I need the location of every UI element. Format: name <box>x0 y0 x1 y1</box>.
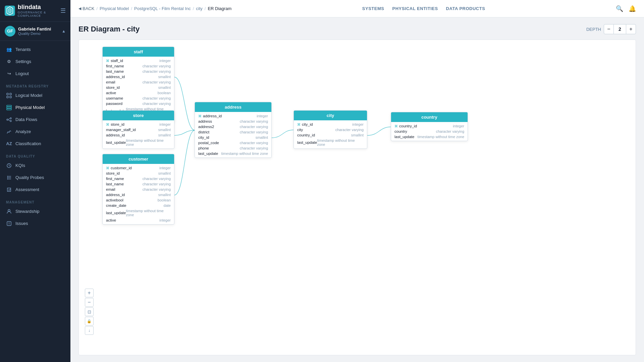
er-table-header-city: city <box>294 111 367 120</box>
er-table-body-city: ⌘city_idinteger citycharacter varying co… <box>294 120 367 148</box>
chevron-up-icon[interactable]: ▲ <box>62 29 66 34</box>
table-row: address_idsmallint <box>103 192 174 197</box>
physical-model-icon <box>6 105 12 111</box>
sidebar-label-assessment: Assessment <box>15 187 39 192</box>
back-button[interactable]: ◀ BACK <box>78 6 94 11</box>
sidebar-label-physical-model: Physical Model <box>15 105 45 110</box>
sidebar-item-logout[interactable]: ↪ Logout <box>0 68 70 80</box>
table-row: last_namecharacter varying <box>103 181 174 187</box>
depth-label: DEPTH <box>586 27 601 32</box>
sidebar-item-issues[interactable]: Issues <box>0 218 70 230</box>
breadcrumb-sep2: / <box>131 6 132 11</box>
breadcrumb-postgres[interactable]: PostgreSQL - Film Rental Inc <box>134 6 191 11</box>
er-table-country[interactable]: country ⌘country_idinteger countrycharac… <box>391 112 468 141</box>
svg-marker-2 <box>8 8 11 13</box>
logo-area: blindata GOVERNANCE & COMPLIANCE <box>5 4 60 17</box>
table-row: countrycharacter varying <box>391 129 468 134</box>
depth-increase-button[interactable]: + <box>626 24 636 34</box>
topbar-nav-systems[interactable]: SYSTEMS <box>362 6 384 11</box>
er-table-city[interactable]: city ⌘city_idinteger citycharacter varyi… <box>293 110 367 149</box>
topbar-nav-physical-entities[interactable]: PHYSICAL ENTITIES <box>392 6 438 11</box>
sidebar-item-kqis[interactable]: KQIs <box>0 160 70 172</box>
svg-point-11 <box>10 118 11 119</box>
svg-point-22 <box>8 209 10 212</box>
er-table-header-address: address <box>195 102 271 112</box>
pk-icon: ⌘ <box>297 123 301 126</box>
sidebar-nav: 👥 Tenants ⚙ Settings ↪ Logout METADATA R… <box>0 41 70 362</box>
er-table-body-address: ⌘address_idinteger addresscharacter vary… <box>195 112 271 158</box>
sidebar-item-physical-model[interactable]: Physical Model <box>0 102 70 114</box>
table-row: last_updatetimestamp without time zone <box>195 151 271 156</box>
hamburger-icon[interactable]: ☰ <box>60 7 66 14</box>
user-info: Gabriele Fantini Quality Demo <box>18 26 62 36</box>
table-row: create_datedate <box>103 203 174 208</box>
breadcrumb-physical-model[interactable]: Physical Model <box>100 6 129 11</box>
svg-line-14 <box>8 120 10 121</box>
sidebar-label-data-flows: Data Flows <box>15 117 37 122</box>
zoom-fit-button[interactable]: ⊡ <box>85 307 94 316</box>
svg-rect-5 <box>7 96 8 98</box>
download-button[interactable]: ↓ <box>85 326 94 335</box>
sidebar-item-stewardship[interactable]: Stewardship <box>0 205 70 218</box>
topbar-nav-data-products[interactable]: DATA PRODUCTS <box>446 6 485 11</box>
depth-decrease-button[interactable]: − <box>604 24 614 34</box>
sidebar-label-kqis: KQIs <box>15 163 25 168</box>
table-row: districtcharacter varying <box>195 129 271 135</box>
sidebar-item-assessment[interactable]: Assessment <box>0 184 70 196</box>
lock-button[interactable]: 🔒 <box>85 317 94 325</box>
breadcrumb-er-diagram: ER Diagram <box>208 6 231 11</box>
sidebar-label-analyze: Analyze <box>15 129 31 134</box>
pk-icon: ⌘ <box>106 166 109 170</box>
user-section: GF Gabriele Fantini Quality Demo ▲ <box>0 22 70 41</box>
er-table-header-staff: staff <box>103 47 174 57</box>
er-diagram-container: staff ⌘staff_idinteger first_namecharact… <box>78 40 636 355</box>
table-row: ⌘country_idinteger <box>391 123 468 129</box>
er-table-customer[interactable]: customer ⌘customer_idinteger store_idsma… <box>102 154 174 225</box>
svg-rect-8 <box>7 107 11 108</box>
pk-icon: ⌘ <box>106 59 109 63</box>
section-metadata-registry: METADATA REGISTRY <box>0 80 70 89</box>
zoom-out-button[interactable]: − <box>85 298 94 307</box>
table-row: last_namecharacter varying <box>103 69 174 74</box>
er-table-body-country: ⌘country_idinteger countrycharacter vary… <box>391 122 468 141</box>
tenants-icon: 👥 <box>6 47 12 53</box>
zoom-controls: + − ⊡ 🔒 ↓ <box>85 289 94 335</box>
assessment-icon <box>6 187 12 193</box>
sidebar-item-data-flows[interactable]: Data Flows <box>0 114 70 126</box>
sidebar-item-tenants[interactable]: 👥 Tenants <box>0 44 70 56</box>
table-row: activeboolean <box>103 90 174 96</box>
user-role: Quality Demo <box>18 32 62 36</box>
logo-sub: GOVERNANCE & COMPLIANCE <box>18 11 60 17</box>
search-icon[interactable]: 🔍 <box>616 5 623 12</box>
er-table-header-store: store <box>103 111 174 120</box>
section-management: MANAGEMENT <box>0 196 70 205</box>
notification-icon[interactable]: 🔔 <box>629 5 636 12</box>
issues-icon <box>6 221 12 227</box>
svg-rect-7 <box>7 105 11 107</box>
svg-point-16 <box>7 176 8 177</box>
table-row: ⌘city_idinteger <box>294 122 367 127</box>
er-table-body-store: ⌘store_idinteger manager_staff_idsmallin… <box>103 120 174 148</box>
settings-icon: ⚙ <box>6 59 12 65</box>
section-data-quality: DATA QUALITY <box>0 150 70 160</box>
sidebar-item-classification[interactable]: AZ Classification <box>0 138 70 150</box>
er-table-store[interactable]: store ⌘store_idinteger manager_staff_ids… <box>102 110 174 149</box>
sidebar-item-quality-probes[interactable]: Quality Probes <box>0 172 70 184</box>
table-row: city_idsmallint <box>195 135 271 140</box>
pk-icon: ⌘ <box>394 124 398 128</box>
table-row: postal_codecharacter varying <box>195 140 271 145</box>
er-table-address[interactable]: address ⌘address_idinteger addresscharac… <box>195 102 272 158</box>
table-row: phonecharacter varying <box>195 145 271 151</box>
sidebar-item-settings[interactable]: ⚙ Settings <box>0 56 70 68</box>
page-header: ER Diagram - city DEPTH − 2 + <box>78 24 636 34</box>
sidebar-label-quality-probes: Quality Probes <box>15 175 44 180</box>
sidebar-item-analyze[interactable]: Analyze <box>0 126 70 138</box>
sidebar-label-tenants: Tenants <box>15 47 31 52</box>
er-table-header-country: country <box>391 112 468 122</box>
sidebar-item-logical-model[interactable]: Logical Model <box>0 89 70 102</box>
table-row: country_idsmallint <box>294 132 367 138</box>
sidebar-label-settings: Settings <box>15 59 31 64</box>
breadcrumb-city[interactable]: city <box>196 6 203 11</box>
zoom-in-button[interactable]: + <box>85 289 94 297</box>
table-row: store_idsmallint <box>103 171 174 176</box>
